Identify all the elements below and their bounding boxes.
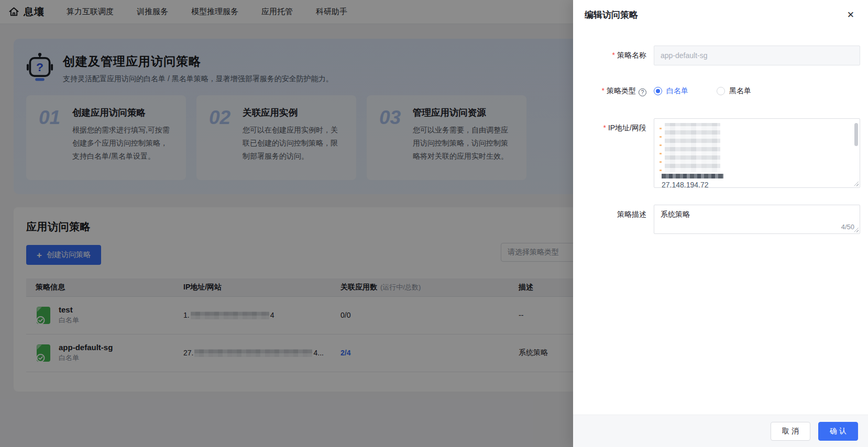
whitelist-option-label: 白名单 <box>666 86 688 96</box>
policy-type-label: *策略类型? <box>585 86 654 96</box>
policy-name-input[interactable] <box>654 46 860 65</box>
redacted-ip-line-cut <box>662 174 723 178</box>
resize-handle-icon[interactable] <box>854 228 859 232</box>
redacted-ip-blur <box>665 123 720 172</box>
ip-textarea[interactable]: 27.148.194.72 <box>654 118 860 188</box>
required-mark: * <box>603 124 606 132</box>
description-value: 系统策略 <box>661 210 853 219</box>
form-row-description: 策略描述 系统策略 4/50 <box>585 205 860 234</box>
question-circle-icon[interactable]: ? <box>639 88 646 96</box>
radio-unselected-icon <box>717 87 725 95</box>
radio-selected-icon <box>654 87 662 95</box>
resize-handle-icon[interactable] <box>854 182 859 186</box>
required-mark: * <box>602 86 605 95</box>
radio-option-whitelist[interactable]: 白名单 <box>654 86 688 96</box>
scrollbar-thumb[interactable] <box>854 123 858 146</box>
drawer-form: *策略名称 *策略类型? 白名单 <box>573 28 868 415</box>
description-label: 策略描述 <box>585 205 654 234</box>
policy-type-radio-group: 白名单 黑名单 <box>654 86 860 96</box>
app-screen: 息壤 算力互联调度 训推服务 模型推理服务 应用托管 科研助手 <box>0 0 868 447</box>
policy-name-label: *策略名称 <box>585 51 654 60</box>
ip-label: *IP地址/网段 <box>585 118 654 188</box>
close-icon[interactable]: ✕ <box>846 9 855 20</box>
ip-visible-line: 27.148.194.72 <box>662 180 852 188</box>
redacted-line-markers <box>660 125 662 171</box>
radio-option-blacklist[interactable]: 黑名单 <box>717 86 751 96</box>
drawer-footer: 取 消 确 认 <box>573 415 868 447</box>
form-row-policy-type: *策略类型? 白名单 黑名单 <box>585 86 860 96</box>
edit-policy-drawer: 编辑访问策略 ✕ *策略名称 *策略类型? <box>573 0 868 447</box>
cancel-button[interactable]: 取 消 <box>771 422 810 441</box>
blacklist-option-label: 黑名单 <box>729 86 751 96</box>
form-row-policy-name: *策略名称 <box>585 46 860 65</box>
drawer-title: 编辑访问策略 <box>585 9 638 21</box>
description-textarea[interactable]: 系统策略 4/50 <box>654 205 860 234</box>
confirm-button[interactable]: 确 认 <box>818 422 858 441</box>
required-mark: * <box>612 51 615 59</box>
drawer-header: 编辑访问策略 ✕ <box>573 0 868 28</box>
char-counter: 4/50 <box>841 223 854 231</box>
form-row-ip: *IP地址/网段 27.148.194.72 <box>585 118 860 188</box>
